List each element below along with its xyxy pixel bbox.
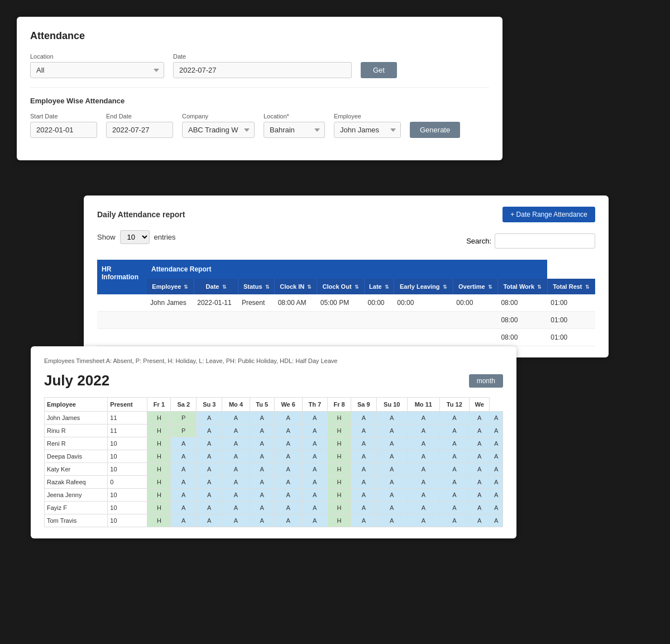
ts-row: Fayiz F10HAAAAAAHAAAAAA [45,502,503,514]
ts-cell: A [197,424,222,437]
ts-present-count: 10 [108,489,147,502]
location-star-select[interactable]: Bahrain [264,122,325,138]
ts-cell: A [407,450,439,463]
ts-cell: A [197,502,222,514]
employee-wise-form-row: Start Date End Date Company ABC Trading … [30,113,489,138]
ts-cell: A [407,437,439,450]
end-date-input[interactable] [106,122,173,138]
td-clock_in [275,312,317,329]
ts-cell: A [469,514,489,527]
col-late: Late ⇅ [364,279,394,294]
ts-cell: A [197,437,222,450]
td-overtime [453,312,497,329]
td-employee [147,329,194,346]
col-total-work: Total Work ⇅ [497,279,547,294]
ts-cell: A [222,412,250,424]
col-early-leaving: Early Leaving ⇅ [394,279,453,294]
ts-cell: H [147,502,171,514]
month-button[interactable]: month [469,374,503,388]
hr-info-header: HRInformation [97,260,147,294]
ts-row: Reni R10HAAAAAAHAAAAAA [45,437,503,450]
ts-cell: A [274,437,302,450]
ts-cell: A [250,412,274,424]
ts-cell: A [439,502,469,514]
ts-cell: H [147,412,171,424]
ts-row: Rinu R11HPAAAAAHAAAAAA [45,424,503,437]
ts-cell: A [439,412,469,424]
employee-select[interactable]: John James [334,122,401,138]
ts-cell: A [222,437,250,450]
td-clock_in [275,329,317,346]
td-overtime: 00:00 [453,294,497,312]
ts-row: Tom Travis10HAAAAAAHAAAAAA [45,514,503,527]
ts-cell: A [302,424,328,437]
td-employee: John James [147,294,194,312]
td-overtime [453,329,497,346]
sort-icon-employee: ⇅ [184,284,188,290]
ts-cell: A [197,489,222,502]
ts-cell: H [328,437,351,450]
attendance-table: HRInformation Attendance Report Employee… [97,260,595,346]
ts-cell: A [250,476,274,489]
ts-cell: A [439,424,469,437]
search-input[interactable] [495,233,595,249]
ts-cell: A [407,502,439,514]
ts-cell: A [376,476,407,489]
col-status: Status ⇅ [238,279,275,294]
ts-row: Deepa Davis10HAAAAAAHAAAAAA [45,450,503,463]
td-status [238,312,275,329]
timesheet-header: July 2022 month [44,372,503,389]
td-empty [97,329,147,346]
date-input[interactable] [173,62,352,78]
ts-cell: A [274,514,302,527]
date-range-button[interactable]: + Date Range Attendance [502,207,595,222]
ts-cell: A [274,424,302,437]
company-select[interactable]: ABC Trading W [182,122,255,138]
ts-cell: A [407,476,439,489]
start-date-input[interactable] [30,122,97,138]
ts-cell: A [302,514,328,527]
generate-button[interactable]: Generate [410,122,460,138]
divider [30,87,489,88]
ts-present-count: 10 [108,450,147,463]
ts-cell: A [222,476,250,489]
ts-present-count: 10 [108,437,147,450]
company-group: Company ABC Trading W [182,113,255,138]
ts-employee-name: Fayiz F [45,502,108,514]
ts-cell: A [274,476,302,489]
ts-cell-partial: A [490,463,503,476]
timesheet-table: EmployeePresentFr 1Sa 2Su 3Mo 4Tu 5We 6T… [44,397,503,527]
show-select[interactable]: 10 [120,230,150,244]
ts-cell: A [171,476,197,489]
td-total_rest: 01:00 [547,329,595,346]
ts-present-count: 10 [108,502,147,514]
ts-cell: A [197,412,222,424]
location-select[interactable]: All [30,62,164,78]
sort-icon-early-leaving: ⇅ [443,284,447,290]
ts-employee-name: Rinu R [45,424,108,437]
sort-icon-total-work: ⇅ [537,284,542,290]
col-total-rest: Total Rest ⇅ [547,279,595,294]
ts-cell: H [147,489,171,502]
ts-cell-partial: A [490,502,503,514]
ts-employee-name: Reni R [45,437,108,450]
get-button[interactable]: Get [361,62,397,78]
ts-present-count: 11 [108,424,147,437]
ts-cell: A [407,463,439,476]
ts-row: Katy Ker10HAAAAAAHAAAAAA [45,463,503,476]
ts-cell: H [147,424,171,437]
td-empty [97,294,147,312]
td-clock_out [317,312,365,329]
td-late [364,312,394,329]
td-employee [147,312,194,329]
start-date-label: Start Date [30,113,97,120]
ts-employee-name: Deepa Davis [45,450,108,463]
ts-cell: A [250,437,274,450]
ts-cell: H [328,463,351,476]
section-title: Employee Wise Attendance [30,97,489,105]
ts-col-7: We 6 [274,398,302,412]
daily-report-card: Daily Attendance report + Date Range Att… [84,195,609,357]
ts-cell: A [222,502,250,514]
td-total_work: 08:00 [497,294,547,312]
ts-cell: A [439,476,469,489]
